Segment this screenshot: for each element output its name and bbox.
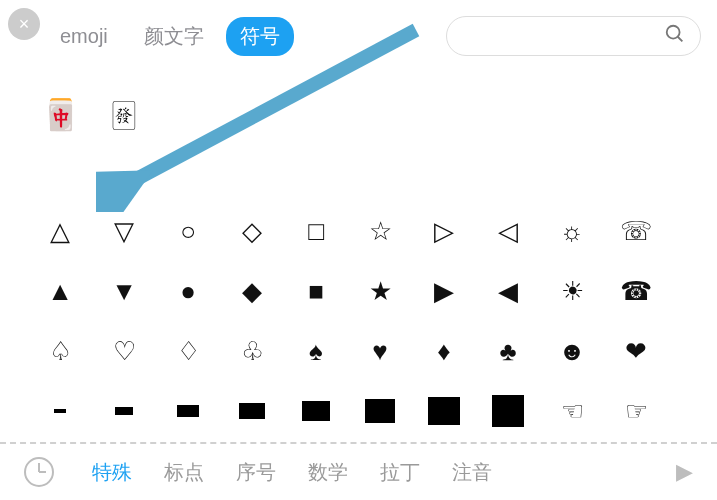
symbol-cell[interactable]: △ bbox=[28, 204, 92, 258]
symbol-grid: 🀄 🀅 △ ▽ ○ ◇ □ ☆ ▷ ◁ ☼ ☏ ▲ ▼ ● ◆ ■ ★ ▶ ◀ … bbox=[0, 64, 717, 440]
category-punct[interactable]: 标点 bbox=[164, 459, 204, 486]
symbol-cell[interactable]: ▷ bbox=[412, 204, 476, 258]
category-latin[interactable]: 拉丁 bbox=[380, 459, 420, 486]
grid-row: ☜☞ bbox=[28, 384, 689, 438]
symbol-cell[interactable] bbox=[156, 384, 220, 438]
search-icon bbox=[664, 23, 686, 49]
symbol-cell[interactable]: ▽ bbox=[92, 204, 156, 258]
symbol-cell[interactable]: ☼ bbox=[540, 204, 604, 258]
category-phon[interactable]: 注音 bbox=[452, 459, 492, 486]
symbol-cell[interactable]: ☎ bbox=[604, 264, 668, 318]
tab-symbols[interactable]: 符号 bbox=[226, 17, 294, 56]
symbol-cell[interactable]: ♡ bbox=[92, 324, 156, 378]
search-field[interactable] bbox=[446, 16, 701, 56]
svg-point-0 bbox=[667, 26, 680, 39]
symbol-cell[interactable]: ◆ bbox=[220, 264, 284, 318]
symbol-cell[interactable]: ▲ bbox=[28, 264, 92, 318]
mahjong-row: 🀄 🀅 bbox=[28, 94, 689, 134]
symbol-cell[interactable]: ○ bbox=[156, 204, 220, 258]
symbol-cell[interactable] bbox=[92, 384, 156, 438]
symbol-cell[interactable]: 🀄 bbox=[28, 94, 92, 134]
category-math[interactable]: 数学 bbox=[308, 459, 348, 486]
symbol-cell[interactable]: 🀅 bbox=[92, 94, 156, 134]
symbol-cell[interactable]: □ bbox=[284, 204, 348, 258]
grid-row: ▲ ▼ ● ◆ ■ ★ ▶ ◀ ☀ ☎ bbox=[28, 264, 689, 318]
category-special[interactable]: 特殊 bbox=[92, 459, 132, 486]
tab-emoji[interactable]: emoji bbox=[46, 19, 122, 54]
symbol-cell[interactable]: ♠ bbox=[284, 324, 348, 378]
symbol-cell[interactable] bbox=[284, 384, 348, 438]
symbol-cell[interactable]: ◀ bbox=[476, 264, 540, 318]
symbol-cell[interactable]: ❤ bbox=[604, 324, 668, 378]
symbol-cell[interactable]: ♦ bbox=[412, 324, 476, 378]
symbol-cell[interactable]: ☻ bbox=[540, 324, 604, 378]
symbol-cell[interactable]: ▼ bbox=[92, 264, 156, 318]
symbol-cell[interactable]: ☆ bbox=[348, 204, 412, 258]
grid-row: △ ▽ ○ ◇ □ ☆ ▷ ◁ ☼ ☏ bbox=[28, 204, 689, 258]
symbol-cell[interactable] bbox=[412, 384, 476, 438]
symbol-cell[interactable]: ♥ bbox=[348, 324, 412, 378]
symbol-cell[interactable]: ☀ bbox=[540, 264, 604, 318]
symbol-cell[interactable]: ♧ bbox=[220, 324, 284, 378]
symbol-cell[interactable]: ◁ bbox=[476, 204, 540, 258]
symbol-cell[interactable]: ★ bbox=[348, 264, 412, 318]
symbol-cell[interactable]: ☞ bbox=[604, 384, 668, 438]
svg-line-1 bbox=[678, 37, 683, 42]
symbol-cell[interactable]: ♢ bbox=[156, 324, 220, 378]
bottom-bar: 特殊 标点 序号 数学 拉丁 注音 ▶ bbox=[0, 442, 717, 500]
close-button[interactable]: × bbox=[8, 8, 40, 40]
tab-kaomoji[interactable]: 颜文字 bbox=[130, 17, 218, 56]
grid-row: ♤ ♡ ♢ ♧ ♠ ♥ ♦ ♣ ☻ ❤ bbox=[28, 324, 689, 378]
topbar: emoji 颜文字 符号 bbox=[46, 14, 701, 58]
symbol-cell[interactable] bbox=[220, 384, 284, 438]
symbol-cell[interactable]: ♣ bbox=[476, 324, 540, 378]
symbol-cell[interactable]: ☜ bbox=[540, 384, 604, 438]
symbol-cell[interactable] bbox=[28, 384, 92, 438]
symbol-cell[interactable]: ♤ bbox=[28, 324, 92, 378]
symbol-cell[interactable]: ● bbox=[156, 264, 220, 318]
symbol-cell[interactable]: ▶ bbox=[412, 264, 476, 318]
recent-button[interactable] bbox=[24, 457, 54, 487]
symbol-cell[interactable] bbox=[348, 384, 412, 438]
symbol-cell[interactable]: ◇ bbox=[220, 204, 284, 258]
symbol-cell[interactable]: ☏ bbox=[604, 204, 668, 258]
next-page-button[interactable]: ▶ bbox=[676, 459, 693, 485]
symbol-cell[interactable] bbox=[476, 384, 540, 438]
symbol-cell[interactable]: ■ bbox=[284, 264, 348, 318]
category-seq[interactable]: 序号 bbox=[236, 459, 276, 486]
